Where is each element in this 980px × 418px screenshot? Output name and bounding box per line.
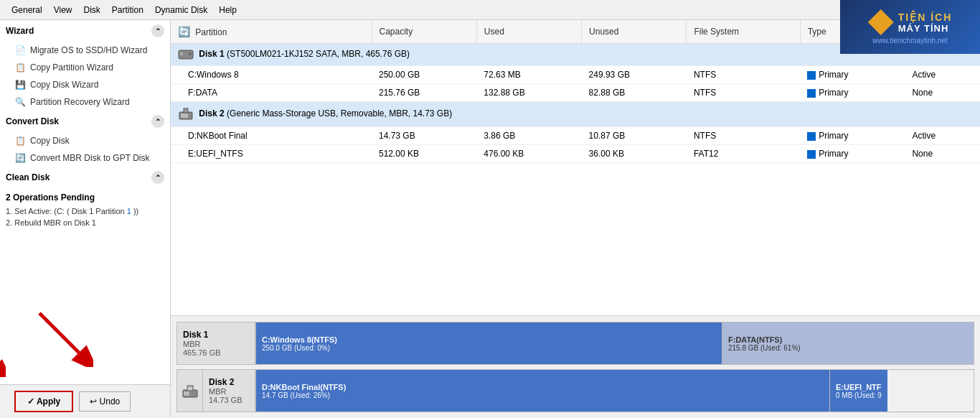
e-drive-segment[interactable]: E:UEFI_NTFS( 0 MB (Used: 9 (830, 370, 887, 412)
disk2-visual-info: Disk 2 MBR 14.73 GB (202, 369, 255, 412)
p4-used: 476.00 KB (476, 145, 581, 163)
menubar: General View Disk Partition Dynamic Disk… (0, 0, 980, 20)
wizard-collapse-btn[interactable]: ⌃ (151, 24, 164, 37)
c-drive-detail: 250.0 GB (Used: 0%) (262, 344, 716, 352)
f-drive-segment[interactable]: F:DATA(NTFS) 215.8 GB (Used: 61%) (722, 322, 974, 364)
p1-name: C:Windows 8 (171, 66, 372, 84)
sidebar-item-convert-mbr[interactable]: 🔄 Convert MBR Disk to GPT Disk (0, 149, 170, 167)
p3-capacity: 14.73 GB (372, 127, 476, 145)
apply-button[interactable]: ✓ Apply (14, 391, 73, 412)
table-row[interactable]: C:Windows 8 250.00 GB 72.63 MB 249.93 GB… (171, 66, 980, 84)
svg-rect-10 (188, 387, 192, 390)
menu-view[interactable]: View (48, 4, 78, 17)
copy-partition-icon: 📋 (14, 62, 26, 73)
p2-status: None (905, 84, 979, 102)
disk1-visual-row: Disk 1 MBR 465.76 GB C:Windows 8(NTFS) 2… (176, 322, 974, 365)
disk2-info: (Generic Mass-Storage USB, Removable, MB… (227, 108, 452, 119)
logo-subtitle: MÁY TÍNH (898, 23, 953, 34)
disk1-visual-size: 465.76 GB (183, 348, 249, 357)
menu-help[interactable]: Help (213, 4, 242, 17)
p3-used: 3.86 GB (476, 127, 581, 145)
col-unused[interactable]: Unused (582, 20, 687, 44)
p2-unused: 82.88 GB (582, 84, 687, 102)
disk-visual-area: Disk 1 MBR 465.76 GB C:Windows 8(NTFS) 2… (171, 315, 980, 418)
convert-collapse-btn[interactable]: ⌃ (151, 115, 164, 128)
p1-status: Active (905, 66, 979, 84)
svg-rect-11 (184, 391, 189, 396)
disk2-visual-row: Disk 2 MBR 14.73 GB D:NKBoot Final(NTFS)… (176, 369, 974, 412)
p2-type-square (807, 89, 816, 98)
operations-pending: 2 Operations Pending 1. Set Active: (C: … (0, 188, 170, 233)
p3-type: Primary (800, 127, 905, 145)
p4-type: Primary (800, 145, 905, 163)
menu-partition[interactable]: Partition (106, 4, 149, 17)
svg-rect-3 (180, 52, 183, 55)
disk2-visual-size: 14.73 GB (209, 396, 249, 404)
op2-item: 2. Rebuild MBR on Disk 1 (6, 217, 164, 228)
disk1-icon (178, 48, 194, 61)
p1-used: 72.63 MB (476, 66, 581, 84)
op1-item: 1. Set Active: (C: ( Disk 1 Partition 1 … (6, 205, 164, 217)
sidebar-item-migrate[interactable]: 📄 Migrate OS to SSD/HD Wizard (0, 42, 170, 59)
clean-section-label: Clean Disk (6, 172, 50, 182)
sidebar-item-copy-partition[interactable]: 📋 Copy Partition Wizard (0, 59, 170, 76)
op1-link[interactable]: 1 (127, 207, 131, 215)
migrate-label: Migrate OS to SSD/HD Wizard (30, 45, 147, 55)
e-drive-detail: 0 MB (Used: 9 (836, 391, 882, 399)
p1-fs: NTFS (687, 66, 800, 84)
convert-mbr-label: Convert MBR Disk to GPT Disk (30, 153, 149, 163)
svg-rect-7 (181, 113, 188, 118)
undo-button[interactable]: ↩ Undo (79, 391, 131, 412)
table-row[interactable]: E:UEFI_NTFS 512.00 KB 476.00 KB 36.00 KB… (171, 145, 980, 163)
f-drive-detail: 215.8 GB (Used: 61%) (728, 344, 968, 352)
p3-type-square (807, 132, 816, 141)
menu-general[interactable]: General (6, 4, 48, 17)
p4-capacity: 512.00 KB (372, 145, 476, 163)
table-row[interactable]: D:NKBoot Final 14.73 GB 3.86 GB 10.87 GB… (171, 127, 980, 145)
d-drive-segment[interactable]: D:NKBoot Final(NTFS) 14.7 GB (Used: 26%) (256, 370, 830, 412)
col-partition-label: Partition (195, 27, 227, 37)
table-row[interactable]: F:DATA 215.76 GB 132.88 GB 82.88 GB NTFS… (171, 84, 980, 102)
disk2-visual-name: Disk 2 (209, 377, 249, 387)
partition-recovery-icon: 🔍 (14, 96, 26, 108)
usb-icon-svg (181, 381, 199, 400)
p4-name: E:UEFI_NTFS (171, 145, 372, 163)
migrate-icon: 📄 (14, 45, 26, 56)
p2-used: 132.88 GB (476, 84, 581, 102)
menu-dynamic-disk[interactable]: Dynamic Disk (149, 4, 213, 17)
col-used[interactable]: Used (476, 20, 581, 44)
sidebar-item-copy-disk[interactable]: 💾 Copy Disk Wizard (0, 76, 170, 93)
p1-type: Primary (800, 66, 905, 84)
disk2-partition-visual: D:NKBoot Final(NTFS) 14.7 GB (Used: 26%)… (255, 369, 974, 412)
sidebar-item-copy-disk2[interactable]: 📋 Copy Disk (0, 132, 170, 149)
main-layout: Wizard ⌃ 📄 Migrate OS to SSD/HD Wizard 📋… (0, 20, 980, 418)
disk1-partition-visual: C:Windows 8(NTFS) 250.0 GB (Used: 0%) F:… (255, 322, 974, 365)
p4-type-square (807, 150, 816, 159)
menu-disk[interactable]: Disk (78, 4, 106, 17)
disk1-visual-type: MBR (183, 340, 249, 348)
disk2-usb-icon (176, 369, 202, 412)
partition-table-container[interactable]: 🔄 Partition Capacity Used Unused File Sy… (171, 20, 980, 315)
d-drive-detail: 14.7 GB (Used: 26%) (262, 391, 824, 399)
col-partition[interactable]: 🔄 Partition (171, 20, 372, 44)
disk1-visual-info: Disk 1 MBR 465.76 GB (176, 322, 255, 365)
disk1-label: Disk 1 (199, 49, 224, 59)
logo-area: TIỆN ÍCH MÁY TÍNH www.tienichmaytinh.net (840, 0, 980, 54)
disk1-visual-name: Disk 1 (183, 330, 249, 340)
clean-collapse-btn[interactable]: ⌃ (151, 171, 164, 184)
c-drive-segment[interactable]: C:Windows 8(NTFS) 250.0 GB (Used: 0%) (256, 322, 722, 364)
copy-disk2-label: Copy Disk (30, 136, 70, 146)
p2-type: Primary (800, 84, 905, 102)
sidebar-item-partition-recovery[interactable]: 🔍 Partition Recovery Wizard (0, 93, 170, 111)
refresh-icon[interactable]: 🔄 (178, 26, 190, 37)
wizard-section-label: Wizard (6, 26, 34, 36)
wizard-section-header: Wizard ⌃ (0, 20, 170, 42)
f-drive-label: F:DATA(NTFS) (728, 335, 968, 344)
p3-status: Active (905, 127, 979, 145)
disk2-label: Disk 2 (199, 108, 224, 119)
p3-name: D:NKBoot Final (171, 127, 372, 145)
col-capacity[interactable]: Capacity (372, 20, 476, 44)
e-drive-label: E:UEFI_NTFS( (836, 383, 882, 391)
col-filesystem[interactable]: File System (687, 20, 800, 44)
disk2-icon (178, 106, 194, 122)
